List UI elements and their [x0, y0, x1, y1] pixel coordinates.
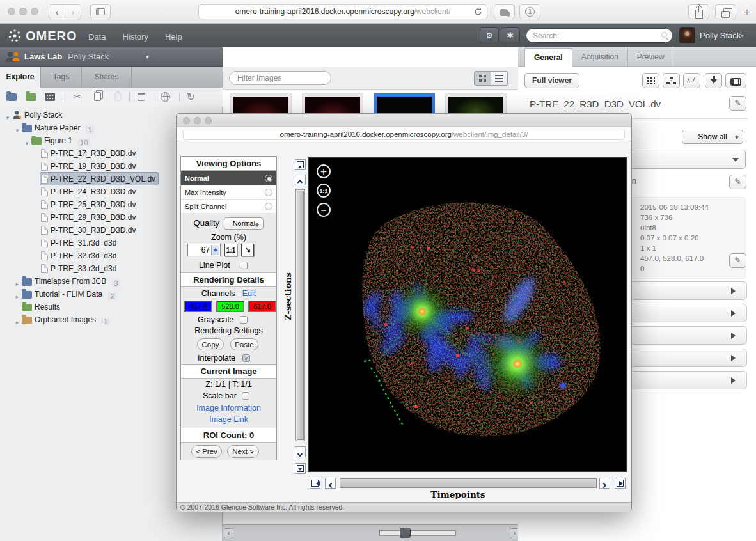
window-zoom-button[interactable] [31, 8, 38, 15]
grayscale-checkbox[interactable] [240, 316, 248, 324]
t-last-button[interactable] [615, 478, 626, 489]
actual-size-overlay-button[interactable]: 1:1 [317, 184, 331, 198]
cut-button[interactable]: ✂ [72, 91, 83, 102]
thumb-size-slider-track[interactable] [379, 530, 456, 536]
browser-address-bar[interactable]: omero-training-april2016.docker.openmicr… [198, 4, 487, 19]
image-information-link[interactable]: Image Information [181, 404, 276, 412]
menu-history[interactable]: History [122, 32, 148, 42]
web-button[interactable] [160, 91, 171, 102]
radio-icon[interactable] [265, 175, 272, 182]
new-project-button[interactable] [6, 91, 17, 102]
thumbnail-view-button[interactable] [474, 71, 491, 86]
next-image-button[interactable]: Next > [227, 445, 259, 458]
prev-image-button[interactable]: < Prev [191, 445, 222, 458]
group-bar[interactable]: Laws Lab Polly Stack ▾ [0, 47, 223, 67]
tab-acquisition[interactable]: Acquisition [572, 48, 628, 67]
z-up-button[interactable] [295, 175, 306, 185]
radio-icon[interactable] [265, 189, 272, 196]
settings-button[interactable]: ⚙ [480, 27, 499, 43]
interpolate-checkbox[interactable] [242, 354, 250, 362]
image-link-link[interactable]: Image Link [181, 415, 276, 424]
mode-split-channel[interactable]: Split Channel [181, 200, 276, 214]
evernote-extension-button[interactable] [494, 4, 515, 19]
activities-button[interactable]: ✱ [501, 27, 520, 43]
new-dataset-button[interactable] [26, 91, 36, 102]
browser-back-button[interactable]: ‹ [49, 4, 65, 19]
link-button[interactable] [725, 73, 746, 88]
popup-titlebar[interactable] [177, 114, 631, 127]
t-first-button[interactable] [310, 478, 320, 489]
tab-preview[interactable]: Preview [628, 48, 674, 67]
tree-caret-icon[interactable]: ▸ [13, 316, 21, 329]
search-icon[interactable] [661, 32, 667, 38]
edit-channels-button[interactable]: ✎ [729, 253, 746, 268]
edit-channels-link[interactable]: Edit [242, 289, 256, 298]
copy-button[interactable] [92, 91, 103, 102]
menu-data[interactable]: Data [88, 32, 106, 42]
thumbnails-toggle-button[interactable] [642, 73, 659, 88]
popup-address-bar[interactable]: omero-training-april2016.docker.openmicr… [183, 129, 625, 140]
share-button[interactable] [688, 4, 709, 19]
filter-images-input[interactable] [229, 71, 331, 85]
edit-description-button[interactable]: ✎ [729, 175, 746, 189]
reload-icon[interactable] [473, 7, 483, 17]
z-down-button[interactable] [295, 446, 306, 457]
zoom-spinner[interactable]: 67 [187, 244, 221, 256]
new-tab-button[interactable]: + [739, 4, 755, 20]
edit-name-button[interactable]: ✎ [729, 96, 746, 111]
scale-bar-checkbox[interactable] [242, 392, 249, 400]
tab-tags[interactable]: Tags [41, 67, 82, 88]
full-viewer-button[interactable]: Full viewer [524, 73, 579, 88]
timepoint-scrollbar[interactable] [340, 478, 597, 488]
tab-overview-button[interactable] [715, 4, 736, 19]
window-minimize-button[interactable] [194, 117, 201, 124]
zoom-out-button[interactable]: − [317, 203, 331, 217]
mode-normal[interactable]: Normal [181, 171, 276, 185]
t-next-button[interactable] [599, 478, 610, 489]
search-input[interactable] [533, 29, 654, 42]
onepassword-extension-button[interactable]: 1 [519, 4, 540, 19]
collapse-controls-button[interactable] [295, 159, 306, 170]
quality-select[interactable]: Normal [224, 217, 264, 230]
tab-explore[interactable]: Explore [0, 67, 41, 88]
channel-button-457-0[interactable]: 457.0 [184, 301, 212, 312]
new-screen-button[interactable] [45, 91, 56, 102]
window-zoom-button[interactable] [205, 117, 212, 124]
scroll-left-button[interactable]: ‹ [224, 528, 233, 538]
user-menu[interactable]: Polly Stack [700, 31, 741, 40]
radio-icon[interactable] [265, 203, 272, 210]
channel-button-617-0[interactable]: 617.0 [248, 301, 276, 312]
image-viewport[interactable]: + 1:1 − [308, 157, 627, 472]
actual-size-button[interactable]: 1:1 [224, 244, 237, 256]
browser-sidebar-button[interactable] [90, 4, 111, 19]
z-section-scrollbar-thumb[interactable] [297, 191, 304, 440]
mode-max-intensity[interactable]: Max Intensity [181, 185, 276, 200]
window-minimize-button[interactable] [19, 8, 27, 15]
path-button[interactable]: /../. [683, 73, 700, 88]
t-prev-button[interactable] [325, 478, 336, 489]
collapse-bottom-button[interactable] [295, 463, 306, 474]
thumb-size-slider-handle[interactable] [400, 528, 411, 538]
tree-caret-icon[interactable]: ▾ [4, 111, 12, 124]
zoom-to-fit-button[interactable]: ↘ [241, 244, 254, 256]
avatar[interactable] [679, 27, 695, 43]
menu-help[interactable]: Help [165, 32, 182, 42]
channel-button-528-0[interactable]: 528.0 [216, 301, 244, 312]
paste-button[interactable] [113, 91, 123, 102]
window-close-button[interactable] [8, 8, 15, 15]
browser-forward-button[interactable]: › [65, 4, 81, 19]
window-close-button[interactable] [183, 117, 190, 124]
refresh-button[interactable]: ↻ [185, 91, 196, 102]
zoom-in-button[interactable]: + [317, 164, 331, 178]
hierarchy-button[interactable] [663, 73, 680, 88]
tree-caret-icon[interactable]: ▾ [13, 124, 21, 137]
copy-settings-button[interactable]: Copy [197, 338, 224, 350]
z-section-scrollbar[interactable] [295, 189, 305, 441]
spinner-arrows-icon[interactable] [211, 245, 219, 255]
tree-caret-icon[interactable]: ▾ [23, 137, 31, 150]
delete-button[interactable] [136, 91, 146, 102]
tab-shares[interactable]: Shares [82, 67, 132, 88]
tab-general[interactable]: General [524, 48, 572, 67]
omero-logo[interactable]: OMERO [8, 27, 77, 44]
line-plot-checkbox[interactable] [240, 262, 248, 269]
